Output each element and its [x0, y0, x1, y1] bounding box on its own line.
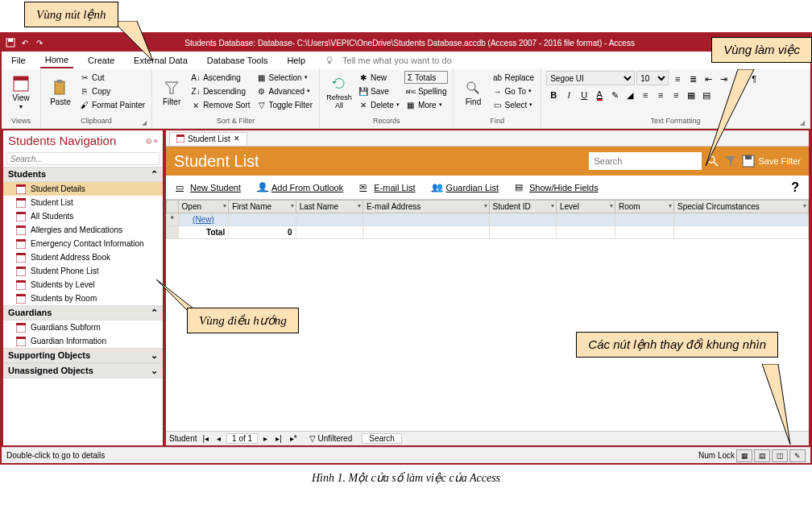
- column-dropdown-icon[interactable]: ▾: [358, 202, 361, 209]
- remove-sort-button[interactable]: ⨯Remove Sort: [189, 98, 251, 111]
- save-icon[interactable]: [5, 37, 16, 48]
- nav-item[interactable]: Student List: [3, 196, 163, 209]
- copy-button[interactable]: ⎘Copy: [78, 85, 147, 97]
- tab-database-tools[interactable]: Database Tools: [202, 53, 273, 68]
- dialog-launcher-icon[interactable]: ◢: [800, 119, 805, 126]
- nav-item[interactable]: Emergency Contact Information: [3, 237, 163, 250]
- column-dropdown-icon[interactable]: ▾: [610, 202, 613, 209]
- first-record-button[interactable]: |◂: [200, 434, 211, 443]
- dialog-launcher-icon[interactable]: ◢: [142, 119, 147, 126]
- nav-group-unassigned[interactable]: Unassigned Objects⌄: [3, 363, 163, 378]
- column-dropdown-icon[interactable]: ▾: [223, 202, 226, 209]
- font-select[interactable]: Segoe UI: [546, 71, 635, 85]
- nav-title[interactable]: Students Navigation ⊙ «: [3, 130, 163, 151]
- refresh-all-button[interactable]: Refresh All: [325, 71, 354, 114]
- column-dropdown-icon[interactable]: ▾: [291, 202, 294, 209]
- filter-status[interactable]: ▽ Unfiltered: [309, 434, 353, 443]
- tell-me-search[interactable]: Tell me what you want to do: [320, 51, 462, 70]
- new-student-button[interactable]: ▭New Student: [176, 182, 241, 193]
- column-header[interactable]: First Name▾: [229, 201, 296, 213]
- new-record-nav-button[interactable]: ▸*: [288, 434, 300, 443]
- find-button[interactable]: Find: [458, 71, 487, 114]
- tab-help[interactable]: Help: [282, 53, 310, 68]
- nav-group-guardians[interactable]: Guardians⌃: [3, 305, 163, 321]
- add-outlook-button[interactable]: 👤Add From Outlook: [257, 182, 343, 193]
- column-dropdown-icon[interactable]: ▾: [803, 202, 806, 209]
- bullets-icon[interactable]: ≡: [670, 72, 685, 85]
- descending-button[interactable]: Z↓Descending: [189, 85, 251, 97]
- nav-item[interactable]: Student Phone List: [3, 264, 163, 278]
- show-hide-fields-button[interactable]: ▤Show/Hide Fields: [515, 182, 599, 193]
- new-link[interactable]: (New): [193, 215, 214, 224]
- shutter-icon[interactable]: «: [154, 137, 158, 145]
- nav-item[interactable]: Guardians Subform: [3, 321, 163, 334]
- nav-item[interactable]: Student Address Book: [3, 250, 163, 264]
- spelling-button[interactable]: abcSpelling: [404, 85, 449, 97]
- more-button[interactable]: ▦More▾: [404, 98, 449, 111]
- align-right-button[interactable]: ≡: [669, 89, 683, 101]
- column-dropdown-icon[interactable]: ▾: [669, 202, 672, 209]
- nav-item[interactable]: Allergies and Medications: [3, 223, 163, 237]
- align-left-button[interactable]: ≡: [638, 89, 652, 101]
- format-painter-button[interactable]: 🖌Format Painter: [78, 98, 147, 111]
- nav-group-students[interactable]: Students⌃: [3, 167, 163, 182]
- column-header[interactable]: Level▾: [557, 201, 615, 213]
- nav-group-supporting[interactable]: Supporting Objects⌄: [3, 348, 163, 363]
- new-row[interactable]: * (New): [167, 213, 809, 226]
- advanced-button[interactable]: ⚙Advanced▾: [255, 85, 314, 97]
- italic-button[interactable]: I: [561, 89, 576, 101]
- next-record-button[interactable]: ▸: [261, 434, 270, 443]
- recnav-search[interactable]: Search: [362, 433, 402, 444]
- toggle-filter-button[interactable]: ▽Toggle Filter: [255, 98, 314, 111]
- nav-item[interactable]: Students by Room: [3, 292, 163, 305]
- help-button[interactable]: ?: [791, 180, 799, 195]
- delete-record-button[interactable]: ✕Delete▾: [357, 98, 401, 111]
- align-center-button[interactable]: ≡: [653, 89, 668, 101]
- column-header[interactable]: Last Name▾: [296, 201, 362, 213]
- view-button[interactable]: View ▼: [6, 71, 35, 114]
- column-header[interactable]: Special Circumstances▾: [674, 201, 809, 213]
- font-color-button[interactable]: A: [592, 89, 607, 101]
- undo-icon[interactable]: ↶: [19, 37, 31, 48]
- nav-item[interactable]: All Students: [3, 209, 163, 223]
- gridlines-button[interactable]: ▦: [684, 89, 698, 101]
- filter-button[interactable]: Filter: [157, 71, 186, 114]
- form-search-input[interactable]: [589, 152, 702, 170]
- totals-button[interactable]: ΣTotals: [404, 71, 449, 84]
- email-list-button[interactable]: ✉E-mail List: [359, 182, 415, 193]
- tab-home[interactable]: Home: [40, 52, 73, 68]
- font-size-select[interactable]: 10: [636, 71, 669, 85]
- column-dropdown-icon[interactable]: ▾: [551, 202, 554, 209]
- goto-button[interactable]: →Go To▾: [491, 85, 536, 97]
- column-header[interactable]: Open▾: [178, 201, 229, 213]
- nav-item[interactable]: Students by Level: [3, 278, 163, 292]
- close-tab-icon[interactable]: ✕: [234, 134, 240, 143]
- nav-item[interactable]: Student Details: [3, 182, 163, 196]
- column-header[interactable]: Room▾: [615, 201, 674, 213]
- column-header[interactable]: Student ID▾: [489, 201, 556, 213]
- tab-file[interactable]: File: [6, 53, 31, 68]
- last-record-button[interactable]: ▸|: [273, 434, 284, 443]
- paste-button[interactable]: Paste: [46, 71, 75, 114]
- cut-button[interactable]: ✂Cut: [78, 71, 147, 84]
- nav-dropdown-icon[interactable]: ⊙: [146, 137, 152, 145]
- prev-record-button[interactable]: ◂: [214, 434, 223, 443]
- select-button[interactable]: ▭Select▾: [491, 98, 536, 111]
- column-header[interactable]: E-mail Address▾: [363, 201, 489, 213]
- bold-button[interactable]: B: [546, 89, 561, 101]
- highlight-button[interactable]: ✎: [607, 89, 622, 101]
- nav-item[interactable]: Guardian Information: [3, 334, 163, 348]
- new-record-button[interactable]: ✱New: [357, 71, 401, 84]
- ascending-button[interactable]: A↓Ascending: [189, 71, 251, 84]
- selection-button[interactable]: ▦Selection▾: [255, 71, 314, 84]
- underline-button[interactable]: U: [577, 89, 591, 101]
- fill-color-button[interactable]: ◢: [623, 89, 637, 101]
- replace-button[interactable]: abReplace: [491, 71, 536, 84]
- guardian-list-button[interactable]: 👥Guardian List: [432, 182, 499, 193]
- save-record-button[interactable]: 💾Save: [357, 85, 401, 97]
- nav-search-input[interactable]: [6, 152, 160, 165]
- column-dropdown-icon[interactable]: ▾: [484, 202, 487, 209]
- numbering-icon[interactable]: ≣: [686, 72, 700, 85]
- redo-icon[interactable]: ↷: [34, 37, 45, 48]
- row-selector[interactable]: *: [167, 213, 179, 226]
